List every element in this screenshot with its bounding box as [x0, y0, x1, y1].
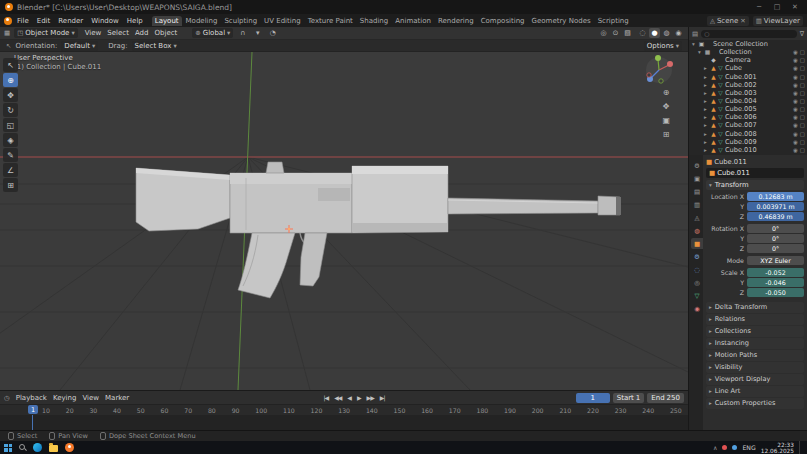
properties-panel-header[interactable]: ▸ Line Art [706, 386, 804, 397]
workspace-tab[interactable]: Geometry Nodes [529, 16, 594, 26]
workspace-tab[interactable]: Sculpting [221, 16, 260, 26]
timeline-editor-icon[interactable]: ◷ [4, 394, 10, 402]
breadcrumb-object-name[interactable]: Cube.011 [714, 158, 747, 166]
properties-panel-header[interactable]: ▸ Motion Paths [706, 350, 804, 361]
viewport-menu-item[interactable]: Select [104, 29, 132, 37]
properties-panel-header[interactable]: ▸ Visibility [706, 362, 804, 373]
outliner-item-label[interactable]: Collection [719, 48, 752, 56]
snap-magnet-icon[interactable]: ∩ [237, 28, 248, 38]
tab-object[interactable]: ■ [691, 238, 703, 249]
field-value[interactable]: XYZ Euler [747, 256, 804, 265]
measure-tool[interactable]: ∠ [3, 163, 18, 177]
disable-in-render-icon[interactable]: ▢ [800, 49, 805, 55]
transform-tool[interactable]: ◈ [3, 133, 18, 147]
timeline-menu-item[interactable]: View [79, 394, 102, 402]
outliner-row[interactable]: ▸ ▲ ▽ Cube.007 ◉ ▢ [689, 121, 807, 129]
tray-chevron-icon[interactable]: ∧ [713, 444, 718, 451]
options-dropdown[interactable]: Options ▾ [644, 41, 682, 51]
language-indicator[interactable]: ENG [742, 444, 755, 451]
disable-in-render-icon[interactable]: ▢ [800, 74, 805, 80]
filter-funnel-icon[interactable]: ∇ [800, 30, 804, 38]
frame-start-field[interactable]: Start 1 [613, 393, 645, 403]
workspace-tab[interactable]: Shading [357, 16, 391, 26]
hide-in-viewport-icon[interactable]: ◉ [793, 90, 798, 96]
workspace-tab[interactable]: Layout [152, 16, 182, 26]
rotate-tool[interactable]: ↻ [3, 103, 18, 117]
hide-in-viewport-icon[interactable]: ◉ [793, 65, 798, 71]
properties-panel-header[interactable]: ▸ Collections [706, 326, 804, 337]
tray-icon-blue[interactable] [732, 445, 737, 450]
timeline-menu-item[interactable]: Playback [13, 394, 50, 402]
editor-type-icon[interactable]: ▦ [4, 29, 10, 37]
tab-view-layer[interactable]: ▥ [691, 199, 703, 210]
outliner-row[interactable]: ▸ ▲ ▽ Cube.003 ◉ ▢ [689, 89, 807, 97]
outliner-row[interactable]: ▸ ▲ ▽ Cube.006 ◉ ▢ [689, 113, 807, 121]
snap-target-icon[interactable]: ▾ [252, 28, 263, 38]
blender-menu-logo-icon[interactable] [4, 17, 12, 25]
jump-to-start-button[interactable]: |◀ [321, 394, 330, 401]
shading-material-icon[interactable]: ◍ [661, 28, 672, 38]
outliner-row[interactable]: ◆ Camera ◉ ▢ [689, 56, 807, 64]
move-tool[interactable]: ✥ [3, 88, 18, 102]
outliner-item-label[interactable]: Scene Collection [713, 40, 768, 48]
field-value[interactable]: 0° [747, 244, 804, 253]
shading-wireframe-icon[interactable]: ◌ [637, 28, 648, 38]
viewport-menu-item[interactable]: Add [132, 29, 152, 37]
show-desktop-button[interactable] [799, 441, 803, 454]
outliner-item-label[interactable]: Camera [725, 56, 751, 64]
outliner-search-input[interactable]: ○ [701, 30, 796, 38]
workspace-tab[interactable]: Rendering [435, 16, 477, 26]
gizmo-y-axis[interactable] [655, 55, 661, 61]
outliner-item-label[interactable]: Cube.009 [725, 138, 757, 146]
transform-orientation-dropdown[interactable]: ⊕ Global ▾ [192, 28, 233, 38]
outliner-display-mode-icon[interactable]: ▤ [692, 30, 698, 38]
menu-item[interactable]: Edit [33, 17, 55, 25]
viewport-3d[interactable]: User Perspective (1) Collection | Cube.0… [0, 52, 688, 390]
cursor-tool[interactable]: ⊕ [3, 73, 18, 87]
field-value[interactable]: 0.12683 m [747, 192, 804, 201]
add-cube-tool[interactable]: ⊞ [3, 178, 18, 192]
field-value[interactable]: 0.003971 m [747, 202, 804, 211]
timeline-menu-item[interactable]: Keying [50, 394, 80, 402]
menu-item[interactable]: File [13, 17, 33, 25]
workspace-tab[interactable]: Animation [392, 16, 434, 26]
pan-hand-icon[interactable]: ✥ [663, 102, 670, 111]
scene-selector[interactable]: ◬ Scene ✕ [707, 16, 749, 26]
disable-in-render-icon[interactable]: ▢ [800, 65, 805, 71]
hide-in-viewport-icon[interactable]: ◉ [793, 57, 798, 63]
shading-rendered-icon[interactable]: ◉ [673, 28, 684, 38]
maximize-button[interactable]: □ [770, 3, 784, 11]
hide-in-viewport-icon[interactable]: ◉ [793, 131, 798, 137]
tab-modifiers[interactable]: ⚙ [691, 251, 703, 262]
tab-material[interactable]: ◉ [691, 303, 703, 314]
hide-in-viewport-icon[interactable]: ◉ [793, 122, 798, 128]
outliner-row[interactable]: ▸ ▲ ▽ Cube.005 ◉ ▢ [689, 105, 807, 113]
outliner-row[interactable]: ▸ ▲ ▽ Cube.004 ◉ ▢ [689, 97, 807, 105]
outliner-item-label[interactable]: Cube.010 [725, 146, 757, 154]
outliner-item-label[interactable]: Cube.007 [725, 121, 757, 129]
navigation-gizmo[interactable] [644, 54, 674, 84]
toggle-xray-icon[interactable]: ▧ [622, 28, 633, 38]
workspace-tab[interactable]: Modeling [183, 16, 221, 26]
edge-browser-icon[interactable] [33, 443, 42, 452]
tray-icon-red[interactable] [722, 445, 727, 450]
taskbar-clock[interactable]: 22:33 12.06.2025 [761, 442, 794, 454]
timeline-ruler[interactable]: 1020304050607080901001101201301401501601… [0, 404, 688, 415]
timeline-menu-item[interactable]: Marker [102, 394, 132, 402]
field-value[interactable]: -0.046 [747, 278, 804, 287]
select-box-tool[interactable]: ↖ [3, 58, 18, 72]
outliner-row[interactable]: ▾ ▦ Collection ◉ ▢ [689, 48, 807, 56]
outliner-item-label[interactable]: Cube.006 [725, 113, 757, 121]
hide-in-viewport-icon[interactable]: ◉ [793, 49, 798, 55]
tab-tool[interactable]: ⚙ [691, 160, 703, 171]
gizmo-x-neg[interactable] [647, 73, 651, 77]
menu-item[interactable]: Help [123, 17, 147, 25]
properties-panel-header[interactable]: ▸ Custom Properties [706, 398, 804, 409]
scale-tool[interactable]: ◱ [3, 118, 18, 132]
disable-in-render-icon[interactable]: ▢ [800, 122, 805, 128]
field-value[interactable]: -0.052 [747, 268, 804, 277]
workspace-tab[interactable]: Texture Paint [305, 16, 356, 26]
gizmo-y-neg[interactable] [659, 79, 663, 83]
camera-view-icon[interactable]: ▣ [662, 116, 670, 125]
disable-in-render-icon[interactable]: ▢ [800, 90, 805, 96]
